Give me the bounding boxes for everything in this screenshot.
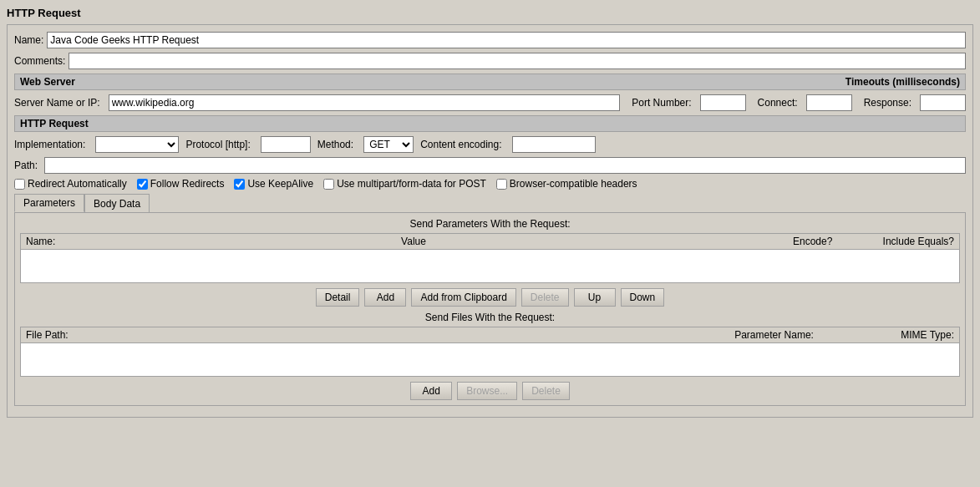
- send-files-label: Send Files With the Request:: [20, 312, 960, 323]
- files-table-head: File Path: Parameter Name: MIME Type:: [21, 327, 960, 343]
- redirect-checkbox-item: Redirect Automatically: [14, 178, 127, 190]
- path-row: Path:: [14, 157, 966, 174]
- response-label: Response:: [864, 97, 911, 109]
- tab-buttons: Parameters Body Data: [14, 194, 966, 212]
- up-button[interactable]: Up: [574, 288, 616, 307]
- multipart-label: Use multipart/form-data for POST: [337, 178, 486, 190]
- files-action-buttons: Add Browse... Delete: [20, 382, 960, 400]
- col-file-path: File Path:: [21, 327, 584, 343]
- follow-checkbox-item: Follow Redirects: [137, 178, 225, 190]
- protocol-input[interactable]: [261, 136, 311, 153]
- col-include-equals: Include Equals?: [837, 234, 959, 250]
- col-encode: Encode?: [724, 234, 837, 250]
- path-label: Path:: [14, 160, 38, 171]
- keepalive-checkbox[interactable]: [234, 179, 245, 190]
- tabs-container: Parameters Body Data Send Parameters Wit…: [14, 194, 966, 406]
- params-table-head: Name: Value Encode? Include Equals?: [21, 234, 960, 250]
- table-row: [21, 250, 960, 283]
- protocol-label: Protocol [http]:: [185, 139, 250, 150]
- file-browse-button[interactable]: Browse...: [457, 382, 517, 400]
- multipart-checkbox[interactable]: [323, 179, 334, 190]
- connect-input[interactable]: [806, 94, 852, 111]
- path-input[interactable]: [44, 157, 966, 174]
- port-label: Port Number:: [632, 97, 691, 109]
- tab-body-data[interactable]: Body Data: [84, 194, 150, 212]
- name-label: Name:: [14, 34, 43, 46]
- checkbox-row: Redirect Automatically Follow Redirects …: [14, 178, 966, 190]
- table-row: [21, 343, 960, 377]
- files-table-body: [21, 343, 960, 377]
- form-panel: Name: Comments: Web Server Timeouts (mil…: [7, 24, 973, 418]
- web-server-header: Web Server Timeouts (milliseconds): [14, 74, 966, 90]
- files-table: File Path: Parameter Name: MIME Type:: [20, 327, 960, 377]
- server-row: Server Name or IP: Port Number: Connect:…: [14, 94, 966, 111]
- comments-input[interactable]: [69, 53, 966, 69]
- method-label: Method:: [317, 139, 353, 150]
- add-from-clipboard-button[interactable]: Add from Clipboard: [411, 288, 515, 307]
- redirect-label: Redirect Automatically: [28, 178, 127, 190]
- follow-checkbox[interactable]: [137, 179, 148, 190]
- impl-label: Implementation:: [14, 139, 85, 150]
- comments-label: Comments:: [14, 55, 65, 67]
- browser-checkbox[interactable]: [496, 179, 507, 190]
- server-name-input[interactable]: [109, 94, 621, 111]
- files-header-row: File Path: Parameter Name: MIME Type:: [21, 327, 960, 343]
- params-table-body: [21, 250, 960, 283]
- keepalive-checkbox-item: Use KeepAlive: [234, 178, 313, 190]
- method-select[interactable]: GET POST PUT DELETE HEAD OPTIONS PATCH: [363, 136, 414, 153]
- params-header-row: Name: Value Encode? Include Equals?: [21, 234, 960, 250]
- name-input[interactable]: [47, 32, 966, 48]
- connect-label: Connect:: [758, 97, 798, 109]
- http-request-section: HTTP Request Implementation: Protocol [h…: [14, 115, 966, 406]
- follow-label: Follow Redirects: [150, 178, 225, 190]
- col-value: Value: [396, 234, 724, 250]
- encoding-input[interactable]: [512, 136, 596, 153]
- tab-parameters[interactable]: Parameters: [14, 194, 84, 212]
- add-button[interactable]: Add: [364, 288, 406, 307]
- impl-row: Implementation: Protocol [http]: Method:…: [14, 136, 966, 153]
- col-mime-type: MIME Type:: [819, 327, 960, 343]
- multipart-checkbox-item: Use multipart/form-data for POST: [323, 178, 486, 190]
- down-button[interactable]: Down: [621, 288, 665, 307]
- http-request-header: HTTP Request: [14, 115, 966, 132]
- keepalive-label: Use KeepAlive: [247, 178, 313, 190]
- browser-checkbox-item: Browser-compatible headers: [496, 178, 637, 190]
- browser-label: Browser-compatible headers: [510, 178, 637, 190]
- col-param-name: Parameter Name:: [584, 327, 819, 343]
- impl-select[interactable]: [95, 136, 179, 153]
- port-input[interactable]: [700, 94, 746, 111]
- tab-content: Send Parameters With the Request: Name: …: [14, 212, 966, 406]
- detail-button[interactable]: Detail: [316, 288, 360, 307]
- response-input[interactable]: [920, 94, 966, 111]
- encoding-label: Content encoding:: [420, 139, 501, 150]
- server-name-label: Server Name or IP:: [14, 97, 100, 109]
- file-add-button[interactable]: Add: [410, 382, 452, 400]
- main-container: HTTP Request Name: Comments: Web Server …: [0, 0, 980, 487]
- send-params-label: Send Parameters With the Request:: [20, 218, 960, 230]
- action-buttons: Detail Add Add from Clipboard Delete Up …: [20, 288, 960, 307]
- params-table: Name: Value Encode? Include Equals?: [20, 233, 960, 283]
- web-server-section: Web Server Timeouts (milliseconds) Serve…: [14, 74, 966, 111]
- redirect-checkbox[interactable]: [14, 179, 25, 190]
- name-row: Name:: [14, 32, 966, 48]
- comments-row: Comments:: [14, 53, 966, 69]
- delete-button[interactable]: Delete: [521, 288, 569, 307]
- panel-title: HTTP Request: [7, 7, 973, 19]
- file-delete-button[interactable]: Delete: [522, 382, 570, 400]
- col-name: Name:: [21, 234, 397, 250]
